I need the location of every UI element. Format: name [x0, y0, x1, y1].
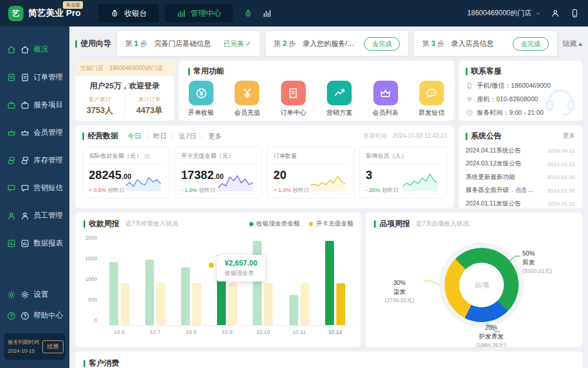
quick-function-营销方案[interactable]: 营销方案 — [326, 81, 352, 117]
tab-separator: | — [146, 133, 148, 140]
section-accent-bar — [82, 132, 84, 140]
yen-icon — [240, 87, 254, 100]
announcements-more-link[interactable]: 更多 — [563, 132, 575, 140]
stat-title: 订单数量 — [273, 152, 348, 164]
sidebar-item-orders[interactable]: 订单管理 — [0, 64, 69, 91]
business-tab-今日[interactable]: 今日 — [128, 132, 141, 141]
top-bar: 艺 简艺美业 Pro 美业版 收银台 管理中心 18600469000的门店 — [0, 0, 588, 26]
announcement-item[interactable]: 服务器全面升级，点击… 2024.03.08 — [466, 186, 575, 194]
weekly-revenue-chart-card: 收款周报 近7天经营收入状况 收银现金类金额 开卡充值金额 2000150010… — [75, 213, 361, 347]
business-tab-近7日[interactable]: 近7日 — [179, 132, 196, 141]
legend-item[interactable]: 开卡充值金额 — [309, 220, 353, 228]
store-stat-orders: 累计订单 4473单 — [125, 96, 175, 116]
stat-change: - 25%较昨日 — [366, 187, 399, 194]
sidebar-item-services[interactable]: 服务项目 — [0, 91, 69, 119]
mobile-app-icon[interactable] — [570, 8, 580, 18]
item-report-title: 品项周报 — [374, 218, 410, 229]
quick-function-群发短信[interactable]: 群发短信 — [419, 81, 445, 117]
bar — [336, 283, 345, 325]
help-icon — [6, 311, 16, 321]
section-accent-bar — [83, 220, 85, 228]
y-tick-label: 1500 — [83, 256, 97, 261]
announcement-item[interactable]: 2024.03.12发版公告 2024.03.12 — [466, 160, 575, 168]
bar — [300, 283, 309, 325]
announcement-item[interactable]: 2024.04.11系统公告 2024.04.11 — [466, 147, 575, 155]
app-root: 艺 简艺美业 Pro 美业版 收银台 管理中心 18600469000的门店 — [0, 0, 588, 368]
y-tick-label: 500 — [83, 297, 97, 303]
sidebar-item-label: 员工管理 — [34, 211, 63, 221]
sidebar-item-settings[interactable]: 设置 — [0, 284, 69, 305]
x-tick-label: 10.12 — [317, 329, 353, 335]
stat-value: 17382.00 — [181, 168, 217, 182]
sidebar-item-label: 订单管理 — [34, 72, 63, 82]
stats-shortcut-icon[interactable] — [262, 9, 272, 18]
guide-step-1: 第 1 步 完善门店基础信息已完善 ✓ — [117, 31, 260, 56]
sidebar-item-label: 设置 — [34, 290, 48, 300]
sidebar-item-staff[interactable]: 员工管理 — [0, 202, 69, 230]
stat-change: - 1.0%较昨日 — [181, 187, 217, 194]
sidebar-item-label: 数据报表 — [34, 238, 63, 248]
main-content: 使用向导 第 1 步 完善门店基础信息已完善 ✓第 2 步 录入您的服务/商品去… — [69, 26, 588, 368]
person-icon — [20, 211, 30, 221]
item-weekly-report-card: 品项周报 近7天品项收入状况 品项 50% — [366, 213, 582, 347]
bar-group-10.8 — [173, 237, 209, 325]
quick-function-订单中心[interactable]: 订单中心 — [280, 81, 306, 117]
stat-card: 新增会员（人） 3 - 25%较昨日 — [359, 147, 447, 198]
receipt-icon — [286, 87, 300, 100]
sidebar-item-members[interactable]: 会员管理 — [0, 119, 69, 147]
quick-function-会员列表[interactable]: 会员列表 — [373, 81, 399, 117]
legend-label: 收银现金类金额 — [256, 220, 300, 228]
sparkline — [309, 171, 348, 191]
announcement-title: 服务器全面升级，点击… — [466, 186, 534, 194]
quick-function-开单收银[interactable]: 开单收银 — [188, 81, 214, 117]
tab-manage-center[interactable]: 管理中心 — [165, 4, 233, 22]
tab-manage-label: 管理中心 — [191, 8, 221, 19]
step-text: 录入店员信息 — [451, 39, 493, 49]
announcement-item[interactable]: 系统更新最新功能 2024.03.08 — [466, 173, 575, 181]
store-selector[interactable]: 18600469000的门店 — [467, 8, 541, 18]
announcement-item[interactable]: 2024.01.11发版公告 2024.01.11 — [466, 200, 575, 208]
business-tab-更多[interactable]: 更多 — [208, 132, 222, 141]
renew-button[interactable]: 续费 — [42, 340, 64, 353]
trend-icon — [333, 87, 346, 100]
user-account-icon[interactable] — [550, 8, 560, 18]
section-accent-bar — [188, 68, 190, 75]
item-report-subtitle: 近7天品项收入状况 — [416, 220, 469, 228]
doc-icon — [20, 72, 30, 82]
announcement-title: 2024.03.12发版公告 — [466, 160, 522, 168]
quick-tile — [235, 81, 259, 105]
sidebar-item-label: 帮助中心 — [34, 311, 63, 321]
sidebar-item-reports[interactable]: 数据报表 — [0, 230, 69, 257]
tab-separator: | — [172, 133, 174, 140]
contact-title: 联系客服 — [466, 66, 575, 77]
box-icon — [20, 155, 30, 165]
sidebar-item-inventory[interactable]: 库存管理 — [0, 147, 69, 174]
step-action-button[interactable]: 去完成 — [513, 37, 549, 51]
tooltip-marker-dot — [209, 263, 214, 268]
tab-separator: | — [202, 133, 203, 140]
stat-card: 订单数量 20 + 1.0%较昨日 — [267, 147, 355, 198]
cashier-shortcut-icon[interactable] — [243, 9, 253, 18]
sidebar-item-overview[interactable]: 概况 — [0, 36, 69, 64]
tab-cashier[interactable]: 收银台 — [98, 4, 159, 22]
gear-icon — [20, 290, 30, 300]
bar — [181, 267, 190, 325]
chart-legend: 收银现金类金额 开卡充值金额 — [249, 220, 353, 228]
announcement-date: 2024.01.11 — [547, 200, 575, 207]
landline-icon — [466, 95, 473, 103]
step-action-button[interactable]: 去完成 — [364, 37, 400, 51]
legend-item[interactable]: 收银现金类金额 — [249, 220, 300, 228]
sidebar-item-help[interactable]: 帮助中心 — [0, 305, 69, 326]
home-icon — [6, 45, 16, 55]
sidebar-item-sms[interactable]: 营销短信 — [0, 174, 69, 202]
gear-icon — [6, 290, 16, 300]
contact-row: 手机/微信：18600469000 — [466, 81, 575, 90]
quick-function-会员充值[interactable]: 会员充值 — [234, 81, 260, 117]
y-axis: 2000150010005000 — [83, 237, 101, 326]
section-accent-bar — [466, 132, 467, 140]
box-icon — [6, 155, 16, 165]
guide-step-2: 第 2 步 录入您的服务/商品去完成 — [266, 31, 409, 56]
guide-hide-link[interactable]: 隐藏 ▴ — [563, 39, 582, 49]
business-tab-昨日[interactable]: 昨日 — [153, 132, 167, 141]
step-text: 录入您的服务/商品 — [303, 39, 357, 49]
